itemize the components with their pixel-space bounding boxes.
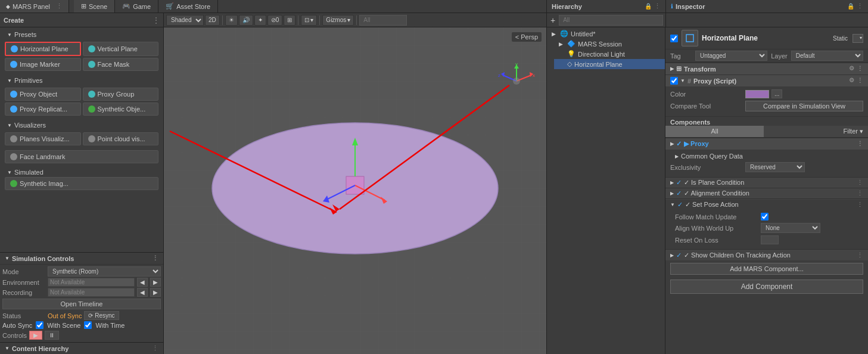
shaded-select[interactable]: Shaded xyxy=(166,15,204,26)
hier-item-mars-session[interactable]: ▶ 🔷 MARS Session xyxy=(554,39,665,49)
object-active-checkbox[interactable] xyxy=(670,35,678,42)
env-prev-btn[interactable]: ◀ xyxy=(137,278,148,287)
horizontal-plane-hier-icon: ◇ xyxy=(567,60,572,68)
image-marker-btn[interactable]: Image Marker xyxy=(5,58,81,71)
play-btn[interactable]: ▶ xyxy=(29,331,42,340)
common-query-data-row[interactable]: ▶ Common Query Data xyxy=(670,151,863,161)
mars-panel-tab[interactable]: ◆ MARS Panel ⋮ xyxy=(0,0,69,13)
compare-simulation-btn[interactable]: Compare in Simulation View xyxy=(745,101,863,111)
follow-match-checkbox[interactable] xyxy=(761,213,769,221)
proxy-replicat-btn[interactable]: Proxy Replicat... xyxy=(5,103,81,116)
image-marker-icon xyxy=(10,61,17,68)
static-select[interactable] xyxy=(853,34,863,43)
face-mask-btn[interactable]: Face Mask xyxy=(83,58,159,71)
horizontal-plane-btn[interactable]: Horizontal Plane xyxy=(5,42,81,56)
align-world-select[interactable]: None xyxy=(761,223,820,233)
gizmos-button[interactable]: Gizmos▾ xyxy=(322,15,354,26)
sim-dots[interactable]: ⋮ xyxy=(152,254,158,262)
content-hierarchy-section[interactable]: ▼ Content Hierarchy ⋮ xyxy=(0,342,163,354)
pose-dots[interactable]: ⋮ xyxy=(857,201,863,209)
insp-lock[interactable]: 🔒 xyxy=(847,3,854,10)
transform-icon: ⊞ xyxy=(676,65,682,73)
insp-dots[interactable]: ⋮ xyxy=(857,2,863,10)
scene-cam-button[interactable]: ⊘0 xyxy=(267,15,283,26)
face-landmark-btn[interactable]: Face Landmark xyxy=(5,150,158,163)
show-children-header[interactable]: ▶ ✓ ✓ Show Children On Tracking Action ⋮ xyxy=(665,250,868,260)
resync-btn[interactable]: ⟳ Resync xyxy=(84,311,119,320)
viewport-button[interactable]: ⊡ ▾ xyxy=(301,15,317,26)
simulated-header[interactable]: Simulated xyxy=(2,167,161,177)
pause-btn[interactable]: ⏸ xyxy=(45,331,59,340)
tag-select[interactable]: Untagged xyxy=(695,51,767,61)
set-pose-header[interactable]: ▼ ✓ ✓ Set Pose Action ⋮ xyxy=(665,199,868,210)
light-button[interactable]: ☀ xyxy=(225,15,238,26)
hier-item-horizontal-plane[interactable]: ◇ Horizontal Plane xyxy=(554,59,665,69)
transform-header[interactable]: ▶ ⊞ Transform ⚙ ⋮ xyxy=(665,63,868,74)
planes-visualiz-btn[interactable]: Planes Visualiz... xyxy=(5,132,81,145)
layer-select[interactable]: Default xyxy=(791,51,863,61)
proxy-dots[interactable]: ⋮ xyxy=(857,140,863,148)
inspector-header: ℹ Inspector 🔒 ⋮ xyxy=(665,0,868,13)
components-section: Components xyxy=(665,116,868,126)
mode-select[interactable]: Synthetic (Room) xyxy=(48,266,161,277)
audio-button[interactable]: 🔊 xyxy=(239,15,253,26)
synthetic-obje-btn[interactable]: Synthetic Obje... xyxy=(83,103,159,116)
hierarchy-search-input[interactable] xyxy=(559,15,663,26)
color-picker-btn[interactable]: ... xyxy=(771,89,782,98)
hier-item-untitled[interactable]: ▶ 🌐 Untitled* xyxy=(547,29,665,39)
point-cloud-vis-icon xyxy=(88,135,95,142)
with-time-checkbox[interactable] xyxy=(84,321,92,329)
proxy-group-btn[interactable]: Proxy Group xyxy=(83,88,159,101)
all-tab[interactable]: All xyxy=(665,126,764,137)
hier-item-directional-light[interactable]: 💡 Directional Light xyxy=(554,49,665,59)
proxy-script-header[interactable]: ▼ # Proxy (Script) ⚙ ⋮ xyxy=(665,75,868,86)
asset-store-tab[interactable]: 🛒 Asset Store xyxy=(158,0,218,13)
transform-dots[interactable]: ⋮ xyxy=(857,65,863,73)
add-mars-component-btn[interactable]: Add MARS Component... xyxy=(670,263,863,275)
proxy-script-checkbox[interactable] xyxy=(670,77,678,85)
open-timeline-btn[interactable]: Open Timeline xyxy=(2,299,161,309)
sim-controls-header[interactable]: ▼ Simulation Controls ⋮ xyxy=(0,253,163,265)
proxy-script-settings-icon[interactable]: ⚙ xyxy=(849,77,854,85)
2d-button[interactable]: 2D xyxy=(205,15,220,26)
transform-settings-icon[interactable]: ⚙ xyxy=(849,65,854,73)
visualizers-header[interactable]: Visualizers xyxy=(2,120,161,130)
primitives-section: Primitives Proxy Object Proxy Group Prox… xyxy=(2,76,161,118)
grid-button[interactable]: ⊞ xyxy=(284,15,295,26)
exclusivity-select[interactable]: Reserved xyxy=(745,162,805,172)
game-tab[interactable]: 🎮 Game xyxy=(115,0,158,13)
alignment-dots[interactable]: ⋮ xyxy=(857,190,863,197)
primitives-header[interactable]: Primitives xyxy=(2,76,161,85)
plane-dots[interactable]: ⋮ xyxy=(857,179,863,187)
synthetic-imag-btn[interactable]: Synthetic Imag... xyxy=(5,177,158,190)
lock-icon[interactable]: 🔒 xyxy=(645,3,652,10)
is-plane-header[interactable]: ▶ ✓ ✓ Is Plane Condition ⋮ xyxy=(665,178,868,188)
add-component-btn[interactable]: Add Component xyxy=(670,280,863,294)
sim-caret: ▼ xyxy=(5,256,10,261)
show-dots[interactable]: ⋮ xyxy=(857,251,863,259)
env-next-btn[interactable]: ▶ xyxy=(150,278,161,287)
hier-add-btn[interactable]: + xyxy=(549,15,556,25)
create-dots[interactable]: ⋮ xyxy=(153,16,160,24)
alignment-header[interactable]: ▶ ✓ ✓ Alignment Condition ⋮ xyxy=(665,188,868,198)
scene-search-input[interactable] xyxy=(359,15,407,26)
rec-next-btn[interactable]: ▶ xyxy=(150,288,161,297)
proxy-group-icon xyxy=(88,91,95,98)
hierarchy-dots[interactable]: ⋮ xyxy=(654,2,661,10)
vertical-plane-btn[interactable]: Vertical Plane xyxy=(83,42,159,56)
filter-tab[interactable]: Filter ▾ xyxy=(764,126,868,137)
scene-tab[interactable]: ⊞ Scene xyxy=(74,0,115,13)
proxy-script-component: ▼ # Proxy (Script) ⚙ ⋮ Color xyxy=(665,74,868,116)
point-cloud-vis-btn[interactable]: Point cloud vis... xyxy=(83,132,159,145)
with-scene-checkbox[interactable] xyxy=(36,321,43,329)
proxy-section: ▶ ✓ ▶ Proxy ⋮ ▶ Common Query Data Exclus… xyxy=(665,138,868,177)
proxy-object-btn[interactable]: Proxy Object xyxy=(5,88,81,101)
proxy-header[interactable]: ▶ ✓ ▶ Proxy ⋮ xyxy=(665,138,868,150)
svg-text:y: y xyxy=(515,61,518,67)
color-swatch[interactable] xyxy=(745,90,769,98)
fx-button[interactable]: ✦ xyxy=(254,15,266,26)
content-hier-dots[interactable]: ⋮ xyxy=(152,344,158,352)
proxy-script-dots[interactable]: ⋮ xyxy=(857,77,863,85)
presets-header[interactable]: Presets xyxy=(2,30,161,39)
rec-prev-btn[interactable]: ◀ xyxy=(137,288,148,297)
